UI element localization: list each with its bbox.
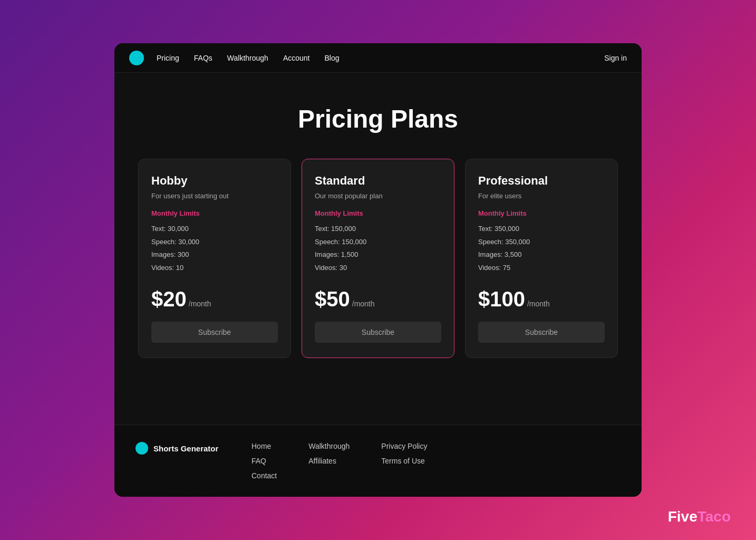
limit-item: Text: 350,000	[478, 223, 605, 236]
plan-professional: Professional For elite users Monthly Lim…	[465, 159, 618, 358]
footer-link-home[interactable]: Home	[251, 442, 277, 450]
footer-link-terms[interactable]: Terms of Use	[381, 457, 427, 465]
footer-link-contact[interactable]: Contact	[251, 471, 277, 480]
plan-hobby-limits: Text: 30,000 Speech: 30,000 Images: 300 …	[151, 223, 278, 275]
app-window: Pricing FAQs Walkthrough Account Blog Si…	[114, 43, 642, 497]
watermark-part1: Five	[668, 508, 697, 525]
watermark-part2: Taco	[697, 508, 731, 525]
plan-hobby: Hobby For users just starting out Monthl…	[138, 159, 291, 358]
footer-col-3: Privacy Policy Terms of Use	[381, 442, 427, 465]
plan-professional-desc: For elite users	[478, 192, 605, 200]
footer-link-faq[interactable]: FAQ	[251, 457, 277, 465]
page-title: Pricing Plans	[298, 104, 458, 133]
limit-item: Videos: 10	[151, 262, 278, 275]
limit-item: Speech: 30,000	[151, 236, 278, 249]
professional-subscribe-button[interactable]: Subscribe	[478, 322, 605, 343]
watermark: FiveTaco	[668, 508, 731, 525]
footer: Shorts Generator Home FAQ Contact Walkth…	[114, 425, 642, 497]
limit-item: Speech: 350,000	[478, 236, 605, 249]
plans-container: Hobby For users just starting out Monthl…	[135, 159, 621, 358]
plan-professional-limits-label: Monthly Limits	[478, 209, 605, 217]
plan-professional-price: $100	[478, 287, 525, 311]
plan-standard-price: $50	[315, 287, 350, 311]
plan-standard-limits: Text: 150,000 Speech: 150,000 Images: 1,…	[315, 223, 441, 275]
plan-standard-limits-label: Monthly Limits	[315, 209, 441, 217]
plan-standard-name: Standard	[315, 174, 441, 188]
plan-hobby-price-row: $20 /month	[151, 287, 278, 311]
nav-blog[interactable]: Blog	[324, 54, 339, 62]
hobby-subscribe-button[interactable]: Subscribe	[151, 322, 278, 343]
plan-hobby-name: Hobby	[151, 174, 278, 188]
nav-account[interactable]: Account	[283, 54, 310, 62]
footer-logo-icon	[135, 442, 148, 455]
plan-professional-name: Professional	[478, 174, 605, 188]
limit-item: Videos: 75	[478, 262, 605, 275]
plan-professional-limits: Text: 350,000 Speech: 350,000 Images: 3,…	[478, 223, 605, 275]
plan-professional-price-row: $100 /month	[478, 287, 605, 311]
plan-hobby-price: $20	[151, 287, 187, 311]
plan-professional-period: /month	[527, 300, 550, 308]
limit-item: Videos: 30	[315, 262, 441, 275]
footer-inner: Shorts Generator Home FAQ Contact Walkth…	[135, 442, 621, 480]
main-content: Pricing Plans Hobby For users just start…	[114, 73, 642, 425]
limit-item: Speech: 150,000	[315, 236, 441, 249]
footer-col-2: Walkthrough Affiliates	[308, 442, 350, 465]
limit-item: Images: 1,500	[315, 248, 441, 262]
plan-hobby-desc: For users just starting out	[151, 192, 278, 200]
footer-link-walkthrough[interactable]: Walkthrough	[308, 442, 350, 450]
nav-pricing[interactable]: Pricing	[157, 54, 179, 62]
footer-link-affiliates[interactable]: Affiliates	[308, 457, 350, 465]
navbar: Pricing FAQs Walkthrough Account Blog Si…	[114, 43, 642, 73]
limit-item: Images: 3,500	[478, 248, 605, 262]
footer-col-1: Home FAQ Contact	[251, 442, 277, 480]
limit-item: Images: 300	[151, 248, 278, 262]
footer-link-privacy[interactable]: Privacy Policy	[381, 442, 427, 450]
nav-links: Pricing FAQs Walkthrough Account Blog	[157, 54, 340, 62]
plan-hobby-limits-label: Monthly Limits	[151, 209, 278, 217]
limit-item: Text: 30,000	[151, 223, 278, 236]
plan-hobby-period: /month	[189, 300, 211, 308]
limit-item: Text: 150,000	[315, 223, 441, 236]
standard-subscribe-button[interactable]: Subscribe	[315, 322, 441, 343]
nav-walkthrough[interactable]: Walkthrough	[227, 54, 268, 62]
plan-standard-period: /month	[352, 300, 375, 308]
nav-logo-icon[interactable]	[129, 51, 144, 65]
footer-brand: Shorts Generator	[135, 442, 220, 455]
nav-faqs[interactable]: FAQs	[194, 54, 212, 62]
plan-standard: Standard Our most popular plan Monthly L…	[302, 159, 454, 358]
signin-link[interactable]: Sign in	[604, 54, 627, 62]
plan-standard-price-row: $50 /month	[315, 287, 441, 311]
plan-standard-desc: Our most popular plan	[315, 192, 441, 200]
footer-brand-name: Shorts Generator	[153, 444, 218, 453]
